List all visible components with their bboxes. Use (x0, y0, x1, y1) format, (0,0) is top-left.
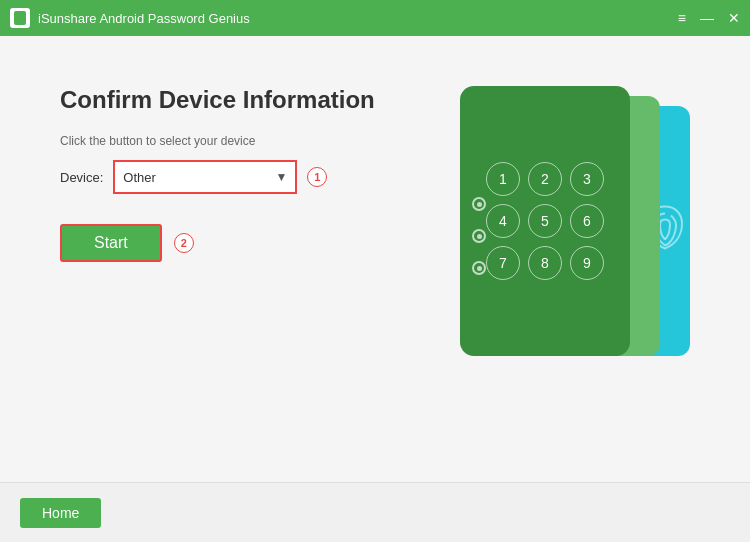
device-dropdown[interactable]: Other Samsung Huawei LG Motorola HTC (115, 162, 295, 192)
menu-icon[interactable]: ≡ (678, 11, 686, 25)
device-label: Device: (60, 170, 103, 185)
home-button[interactable]: Home (20, 498, 101, 528)
key-9: 9 (570, 246, 604, 280)
key-3: 3 (570, 162, 604, 196)
instruction-text: Click the button to select your device (60, 134, 380, 148)
app-title: iSunshare Android Password Genius (38, 11, 678, 26)
radio-dot-2 (472, 229, 486, 243)
device-select-wrapper: Other Samsung Huawei LG Motorola HTC ▼ (113, 160, 297, 194)
left-panel: Confirm Device Information Click the but… (60, 86, 410, 262)
radio-buttons (472, 197, 486, 275)
key-5: 5 (528, 204, 562, 238)
phone-illustration: 1 2 3 4 5 6 7 8 9 (410, 86, 690, 386)
content-area: Confirm Device Information Click the but… (0, 36, 750, 482)
close-button[interactable]: ✕ (728, 11, 740, 25)
main-content: Confirm Device Information Click the but… (0, 36, 750, 542)
key-1: 1 (486, 162, 520, 196)
key-4: 4 (486, 204, 520, 238)
key-6: 6 (570, 204, 604, 238)
radio-dot-3 (472, 261, 486, 275)
window-controls: ≡ — ✕ (678, 11, 740, 25)
step2-badge: 2 (174, 233, 194, 253)
bottom-bar: Home (0, 482, 750, 542)
device-row: Device: Other Samsung Huawei LG Motorola… (60, 160, 380, 194)
keypad-grid: 1 2 3 4 5 6 7 8 9 (486, 162, 604, 280)
minimize-button[interactable]: — (700, 11, 714, 25)
start-button-row: Start 2 (60, 224, 380, 262)
key-7: 7 (486, 246, 520, 280)
key-8: 8 (528, 246, 562, 280)
start-button[interactable]: Start (60, 224, 162, 262)
titlebar: iSunshare Android Password Genius ≡ — ✕ (0, 0, 750, 36)
app-logo (10, 8, 30, 28)
page-title: Confirm Device Information (60, 86, 380, 114)
radio-dot-1 (472, 197, 486, 211)
key-2: 2 (528, 162, 562, 196)
step1-badge: 1 (307, 167, 327, 187)
